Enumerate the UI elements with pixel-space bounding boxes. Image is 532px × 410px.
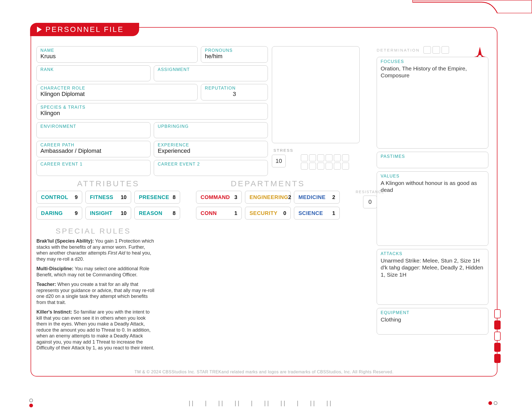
departments-heading: DEPARTMENTS [196, 179, 340, 188]
attacks-box[interactable]: ATTACKS Unarmed Strike: Melee, Stun 2, S… [377, 249, 488, 305]
departments-grid: COMMAND3ENGINEERING2MEDICINE2CONN1SECURI… [196, 191, 340, 219]
resistance-value[interactable]: 0 [363, 196, 377, 208]
left-column: NAME Kruus PRONOUNS he/him RANK ASSIGNME… [36, 46, 268, 179]
attributes-heading: ATTRIBUTES [36, 179, 180, 188]
environment-field[interactable]: ENVIRONMENT [36, 122, 151, 138]
pronouns-field[interactable]: PRONOUNS he/him [201, 46, 268, 63]
header-tab: PERSONNEL FILE [30, 23, 139, 36]
focuses-box[interactable]: FOCUSES Oration, The History of the Empi… [377, 57, 488, 149]
middle-column: STRESS 10 [272, 46, 360, 170]
bottom-marks: ||||||||||||||||| [29, 399, 497, 407]
special-rule: Multi-Discipline: You may select one add… [36, 266, 156, 278]
right-column: DETERMINATION FOCUSES Oration, The Histo… [377, 46, 488, 338]
career-event-1-field[interactable]: CAREER EVENT 1 [36, 160, 151, 176]
equipment-box[interactable]: EQUIPMENT Clothing [377, 308, 488, 335]
attributes-grid: CONTROL9FITNESS10PRESENCE8DARING9INSIGHT… [36, 191, 180, 219]
copyright-footer: TM & © 2024 CBSStudios Inc. STAR TREKand… [31, 370, 497, 374]
department-medicine[interactable]: MEDICINE2 [294, 191, 340, 204]
stress-track[interactable] [301, 154, 349, 170]
assignment-field[interactable]: ASSIGNMENT [154, 65, 268, 81]
portrait-box [272, 46, 360, 143]
stress-label: STRESS [272, 148, 293, 153]
determination-track[interactable] [423, 46, 449, 54]
reputation-field[interactable]: REPUTATION 3 [201, 84, 268, 100]
resistance-label: RESISTANCE [356, 190, 384, 194]
attribute-reason[interactable]: REASON8 [134, 207, 180, 219]
department-science[interactable]: SCIENCE1 [294, 207, 340, 219]
determination-label: DETERMINATION [377, 48, 420, 52]
stats-area: ATTRIBUTES CONTROL9FITNESS10PRESENCE8DAR… [36, 179, 361, 219]
department-command[interactable]: COMMAND3 [196, 191, 242, 204]
special-rule: Brak'lul (Species Ability): You gain 1 P… [36, 238, 156, 262]
name-field[interactable]: NAME Kruus [36, 46, 198, 63]
department-conn[interactable]: CONN1 [196, 207, 242, 219]
pastimes-box[interactable]: PASTIMES [377, 152, 488, 168]
department-engineering[interactable]: ENGINEERING2 [245, 191, 291, 204]
attribute-insight[interactable]: INSIGHT10 [85, 207, 131, 219]
stress-value[interactable]: 10 [272, 155, 286, 167]
sheet-frame: PERSONNEL FILE NAME Kruus PRONOUNS he/hi… [31, 27, 497, 377]
attribute-control[interactable]: CONTROL9 [36, 191, 82, 204]
special-rules: SPECIAL RULES Brak'lul (Species Ability)… [36, 227, 156, 355]
species-traits-field[interactable]: SPECIES & TRAITS Klingon [36, 103, 268, 120]
career-event-2-field[interactable]: CAREER EVENT 2 [154, 160, 268, 176]
side-tabs [494, 309, 501, 363]
rank-field[interactable]: RANK [36, 65, 151, 81]
play-icon [37, 27, 42, 32]
attribute-daring[interactable]: DARING9 [36, 207, 82, 219]
attribute-fitness[interactable]: FITNESS10 [85, 191, 131, 204]
top-corner-decor [412, 0, 532, 13]
character-role-field[interactable]: CHARACTER ROLE Klingon Diplomat [36, 84, 198, 100]
special-rule: Killer's Instinct: So familiar are you w… [36, 309, 156, 351]
experience-field[interactable]: EXPERIENCE Experienced [154, 141, 268, 157]
values-box[interactable]: VALUES A Klingon without honour is as go… [377, 171, 488, 246]
department-security[interactable]: SECURITY0 [245, 207, 291, 219]
career-path-field[interactable]: CAREER PATH Ambassador / Diplomat [36, 141, 151, 157]
attribute-presence[interactable]: PRESENCE8 [134, 191, 180, 204]
header-title: PERSONNEL FILE [45, 25, 124, 34]
special-rule: Teacher: When you create a trait for an … [36, 281, 156, 305]
upbringing-field[interactable]: UPBRINGING [154, 122, 268, 138]
